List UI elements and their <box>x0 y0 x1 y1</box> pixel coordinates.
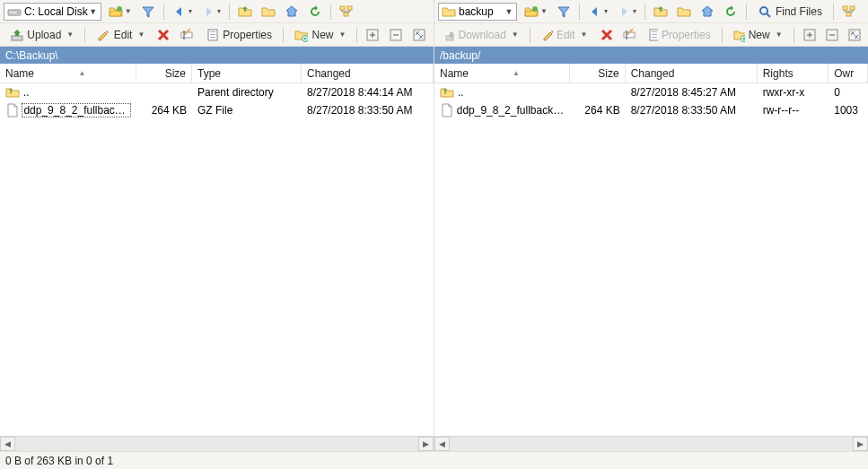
left-drive-label: C: Local Disk <box>22 5 88 18</box>
scroll-left-button[interactable]: ◀ <box>0 437 15 451</box>
parent-dir-button[interactable] <box>650 2 671 22</box>
forward-button[interactable]: ▾ <box>197 2 224 22</box>
root-dir-button[interactable] <box>673 2 695 22</box>
home-button[interactable] <box>281 2 302 22</box>
upload-label: Upload <box>27 29 61 41</box>
properties-icon <box>647 28 658 42</box>
table-row[interactable]: ddp_9_8_2_fullback_2... 264 KB 8/27/2018… <box>434 101 868 119</box>
table-row[interactable]: .. 8/27/2018 8:45:27 AM rwxr-xr-x 0 <box>434 83 868 101</box>
collapse-button[interactable] <box>385 25 407 45</box>
separator <box>330 4 331 20</box>
separator <box>579 4 580 20</box>
status-bar: 0 B of 263 KB in 0 of 1 <box>0 451 868 469</box>
parent-dir-button[interactable] <box>234 2 256 22</box>
delete-button[interactable] <box>153 25 174 45</box>
cell-owner: 1003 <box>829 104 868 117</box>
left-action-toolbar: Upload ▼ Edit ▼ Properties New ▼ <box>0 23 434 47</box>
collapse-button[interactable] <box>821 25 842 45</box>
separator <box>84 27 85 43</box>
new-folder-icon <box>294 28 308 42</box>
scroll-track[interactable] <box>450 437 853 451</box>
col-header-name[interactable]: Name▲ <box>0 64 136 83</box>
right-file-list: Name▲ Size Changed Rights Owr .. 8/27/20… <box>434 64 868 451</box>
left-path-bar[interactable]: C:\Backup\ <box>0 47 434 64</box>
rename-button[interactable] <box>176 25 197 45</box>
open-folder-button[interactable]: ▼ <box>521 2 551 22</box>
right-rows[interactable]: .. 8/27/2018 8:45:27 AM rwxr-xr-x 0 ddp_… <box>434 83 868 436</box>
cell-type: Parent directory <box>192 86 302 99</box>
properties-button[interactable]: Properties <box>641 25 717 45</box>
refresh-button[interactable] <box>304 2 326 22</box>
left-hscrollbar[interactable]: ◀ ▶ <box>0 436 434 451</box>
minus-icon <box>825 28 838 42</box>
col-header-type[interactable]: Type <box>192 64 302 83</box>
tree-icon <box>842 4 856 19</box>
delete-icon <box>156 28 171 42</box>
col-header-changed[interactable]: Changed <box>302 64 434 83</box>
cell-changed: 8/27/2018 8:33:50 AM <box>626 104 758 117</box>
download-button[interactable]: Download ▼ <box>438 25 525 45</box>
back-button[interactable]: ▾ <box>169 2 196 22</box>
properties-button[interactable]: Properties <box>199 25 278 45</box>
col-header-owner[interactable]: Owr <box>829 64 868 83</box>
compare-button[interactable] <box>844 25 864 45</box>
cell-changed: 8/27/2018 8:44:14 AM <box>302 86 434 99</box>
expand-button[interactable] <box>799 25 820 45</box>
root-dir-button[interactable] <box>258 2 279 22</box>
filter-button[interactable] <box>137 2 159 22</box>
upload-button[interactable]: Upload ▼ <box>4 25 80 45</box>
col-header-rights[interactable]: Rights <box>758 64 829 83</box>
new-button[interactable]: New ▼ <box>288 25 352 45</box>
separator <box>283 27 284 43</box>
cell-size: 264 KB <box>136 104 192 117</box>
edit-button[interactable]: Edit ▼ <box>90 25 151 45</box>
scroll-right-button[interactable]: ▶ <box>853 437 868 451</box>
separator <box>163 4 164 20</box>
col-header-name[interactable]: Name▲ <box>434 64 570 83</box>
open-folder-button[interactable]: ▼ <box>105 2 136 22</box>
cell-name: .. <box>434 85 570 100</box>
col-header-changed[interactable]: Changed <box>626 64 758 83</box>
edit-label: Edit <box>114 29 133 41</box>
find-files-button[interactable]: Find Files <box>751 2 829 22</box>
back-button[interactable]: ▾ <box>584 2 611 22</box>
col-header-size[interactable]: Size <box>136 64 192 83</box>
right-path-bar[interactable]: /backup/ <box>434 47 868 64</box>
rename-button[interactable] <box>618 25 639 45</box>
tree-button[interactable] <box>838 2 860 22</box>
expand-button[interactable] <box>362 25 383 45</box>
edit-button[interactable]: Edit ▼ <box>535 25 594 45</box>
table-row[interactable]: ddp_9_8_2_fullback_2... 264 KB GZ File 8… <box>0 101 434 119</box>
left-rows[interactable]: .. Parent directory 8/27/2018 8:44:14 AM… <box>0 83 434 436</box>
edit-label: Edit <box>557 29 575 41</box>
right-hscrollbar[interactable]: ◀ ▶ <box>434 436 868 451</box>
cell-type: GZ File <box>192 104 302 117</box>
folder-icon <box>442 4 456 19</box>
col-header-size[interactable]: Size <box>570 64 626 83</box>
properties-label: Properties <box>223 29 272 41</box>
folder-up-icon <box>653 4 668 19</box>
separator <box>356 27 357 43</box>
forward-button[interactable]: ▾ <box>613 2 640 22</box>
table-row[interactable]: .. Parent directory 8/27/2018 8:44:14 AM <box>0 83 434 101</box>
status-text: 0 B of 263 KB in 0 of 1 <box>5 455 113 467</box>
scroll-right-button[interactable]: ▶ <box>418 437 434 451</box>
search-icon <box>758 4 772 19</box>
upload-icon <box>10 28 23 42</box>
new-button[interactable]: New ▼ <box>727 25 789 45</box>
delete-button[interactable] <box>596 25 617 45</box>
sort-asc-icon: ▲ <box>79 69 86 77</box>
right-panel: backup ▼ ▼ ▾ ▾ Find Files Downlo <box>434 0 868 451</box>
right-drive-combo[interactable]: backup ▼ <box>438 3 517 21</box>
parent-dir-icon <box>440 85 454 100</box>
tree-button[interactable] <box>336 2 357 22</box>
compare-button[interactable] <box>408 25 430 45</box>
home-button[interactable] <box>697 2 718 22</box>
right-drive-label: backup <box>456 5 504 18</box>
refresh-button[interactable] <box>720 2 741 22</box>
filter-button[interactable] <box>553 2 574 22</box>
scroll-track[interactable] <box>15 437 418 451</box>
scroll-left-button[interactable]: ◀ <box>434 437 450 451</box>
left-drive-combo[interactable]: C: Local Disk ▼ <box>4 3 101 21</box>
right-column-headers: Name▲ Size Changed Rights Owr <box>434 64 868 83</box>
